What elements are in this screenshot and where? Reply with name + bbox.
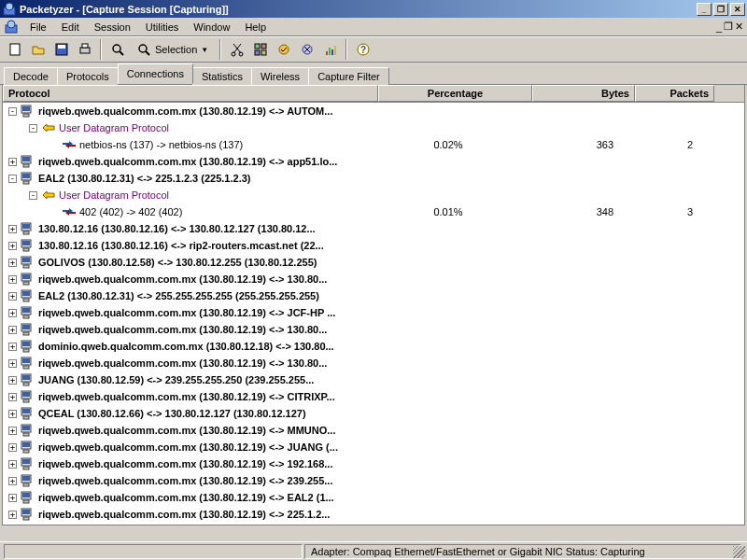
tree-expander[interactable]: + [8, 410, 17, 418]
tree-expander[interactable]: + [8, 292, 17, 301]
table-row[interactable]: +riqweb.qweb.qualcomm.com.mx (130.80.12.… [3, 523, 744, 525]
table-row[interactable]: +riqweb.qweb.qualcomm.com.mx (130.80.12.… [3, 489, 744, 506]
graph-button[interactable] [319, 39, 341, 60]
row-text: GOLIVOS (130.80.12.58) <-> 130.80.12.255… [38, 257, 317, 268]
tree-expander[interactable]: + [8, 443, 17, 452]
tab-wireless[interactable]: Wireless [251, 67, 309, 85]
save-button[interactable] [50, 39, 72, 60]
tree-expander[interactable]: + [8, 511, 17, 519]
svg-rect-30 [22, 106, 30, 111]
toolbar: Selection ▼ ? [0, 36, 747, 63]
host-icon [21, 155, 35, 168]
table-row[interactable]: +riqweb.qweb.qualcomm.com.mx (130.80.12.… [3, 388, 744, 405]
row-text: riqweb.qweb.qualcomm.com.mx (130.80.12.1… [38, 475, 332, 486]
tree-expander[interactable]: - [8, 107, 17, 116]
tree-expander[interactable]: + [8, 225, 17, 233]
tree-expander[interactable]: - [8, 175, 17, 183]
menu-file[interactable]: File [22, 20, 54, 35]
svg-rect-33 [22, 157, 30, 161]
tree-expander[interactable]: + [8, 359, 17, 368]
tree-expander[interactable]: + [8, 343, 17, 351]
svg-rect-18 [261, 50, 266, 55]
resize-grip[interactable] [733, 546, 745, 558]
tab-decode[interactable]: Decode [4, 67, 58, 85]
table-row[interactable]: -User Datagram Protocol [3, 187, 744, 203]
print-button[interactable] [74, 39, 95, 60]
svg-rect-26 [334, 46, 336, 55]
column-bytes[interactable]: Bytes [532, 85, 635, 102]
svg-rect-81 [22, 459, 30, 464]
table-row[interactable]: +riqweb.qweb.qualcomm.com.mx (130.80.12.… [3, 321, 744, 338]
tree-expander[interactable]: + [8, 427, 17, 435]
table-row[interactable]: -riqweb.qweb.qualcomm.com.mx (130.80.12.… [3, 103, 744, 119]
tool-b-button[interactable] [296, 39, 317, 60]
options-button[interactable] [249, 39, 271, 60]
minimize-button[interactable]: _ [697, 3, 712, 16]
help-button[interactable]: ? [352, 39, 374, 60]
mdi-restore-button[interactable]: ❐ [724, 21, 733, 33]
app-icon [2, 2, 17, 17]
table-row[interactable]: +riqweb.qweb.qualcomm.com.mx (130.80.12.… [3, 355, 744, 371]
table-row[interactable]: 402 (402) -> 402 (402)0.01%3483 [3, 203, 744, 220]
tree-expander[interactable]: + [8, 275, 17, 284]
tree-expander[interactable]: - [29, 124, 37, 133]
tree-expander[interactable]: + [8, 393, 17, 401]
tree-expander[interactable]: + [8, 309, 17, 317]
menu-session[interactable]: Session [87, 20, 138, 35]
tree-expander[interactable]: + [8, 460, 17, 469]
column-percentage[interactable]: Percentage [378, 85, 532, 102]
table-row[interactable]: +riqweb.qweb.qualcomm.com.mx (130.80.12.… [3, 472, 744, 489]
column-protocol[interactable]: Protocol [3, 85, 378, 102]
cell-packets: 2 [621, 139, 700, 150]
table-row[interactable]: +EAL2 (130.80.12.31) <-> 255.255.255.255… [3, 287, 744, 304]
table-row[interactable]: +riqweb.qweb.qualcomm.com.mx (130.80.12.… [3, 455, 744, 472]
tree-expander[interactable]: + [8, 494, 17, 502]
close-button[interactable]: ✕ [730, 3, 745, 16]
table-row[interactable]: +riqweb.qweb.qualcomm.com.mx (130.80.12.… [3, 506, 744, 523]
table-row[interactable]: +GOLIVOS (130.80.12.58) <-> 130.80.12.25… [3, 254, 744, 271]
cut-button[interactable] [226, 39, 247, 60]
tab-capture-filter[interactable]: Capture Filter [308, 67, 389, 85]
host-icon [21, 289, 35, 302]
row-text: riqweb.qweb.qualcomm.com.mx (130.80.12.1… [38, 458, 332, 469]
table-row[interactable]: +JUANG (130.80.12.59) <-> 239.255.255.25… [3, 371, 744, 388]
table-row[interactable]: +riqweb.qweb.qualcomm.com.mx (130.80.12.… [3, 153, 744, 170]
maximize-button[interactable]: ❐ [713, 3, 728, 16]
table-row[interactable]: +riqweb.qweb.qualcomm.com.mx (130.80.12.… [3, 439, 744, 455]
tree-expander[interactable]: + [8, 259, 17, 267]
find-button[interactable] [106, 39, 128, 60]
mdi-close-button[interactable]: ✕ [735, 21, 743, 33]
table-row[interactable]: +dominio.qweb.qualcomm.com.mx (130.80.12… [3, 338, 744, 355]
menu-utilities[interactable]: Utilities [138, 20, 186, 35]
open-button[interactable] [27, 39, 49, 60]
tab-connections[interactable]: Connections [118, 63, 193, 84]
tree-expander[interactable]: + [8, 477, 17, 485]
table-row[interactable]: +riqweb.qweb.qualcomm.com.mx (130.80.12.… [3, 304, 744, 321]
mdi-minimize-button[interactable]: _ [716, 21, 722, 33]
new-session-button[interactable] [4, 39, 25, 60]
tree-expander[interactable]: + [8, 326, 17, 334]
tab-protocols[interactable]: Protocols [57, 67, 119, 85]
table-row[interactable]: +130.80.12.16 (130.80.12.16) <-> rip2-ro… [3, 237, 744, 254]
table-row[interactable]: +130.80.12.16 (130.80.12.16) <-> 130.80.… [3, 220, 744, 237]
column-packets[interactable]: Packets [635, 85, 714, 102]
table-row[interactable]: +riqweb.qweb.qualcomm.com.mx (130.80.12.… [3, 422, 744, 439]
selection-dropdown[interactable]: Selection ▼ [130, 39, 215, 60]
grid-body[interactable]: -riqweb.qweb.qualcomm.com.mx (130.80.12.… [3, 103, 744, 525]
table-row[interactable]: +QCEAL (130.80.12.66) <-> 130.80.12.127 … [3, 405, 744, 422]
menu-edit[interactable]: Edit [54, 20, 87, 35]
table-row[interactable]: -User Datagram Protocol [3, 119, 744, 136]
tool-a-button[interactable] [273, 39, 294, 60]
menu-help[interactable]: Help [237, 20, 274, 35]
table-row[interactable]: -EAL2 (130.80.12.31) <-> 225.1.2.3 (225.… [3, 170, 744, 187]
menu-window[interactable]: Window [186, 20, 237, 35]
mdi-child-icon[interactable] [4, 20, 19, 35]
table-row[interactable]: netbios-ns (137) -> netbios-ns (137)0.02… [3, 136, 744, 153]
svg-rect-48 [22, 274, 30, 279]
tree-expander[interactable]: + [8, 376, 17, 385]
tree-expander[interactable]: + [8, 242, 17, 250]
tree-expander[interactable]: + [8, 158, 17, 166]
tab-statistics[interactable]: Statistics [192, 67, 252, 85]
table-row[interactable]: +riqweb.qweb.qualcomm.com.mx (130.80.12.… [3, 271, 744, 287]
tree-expander[interactable]: - [29, 191, 37, 200]
